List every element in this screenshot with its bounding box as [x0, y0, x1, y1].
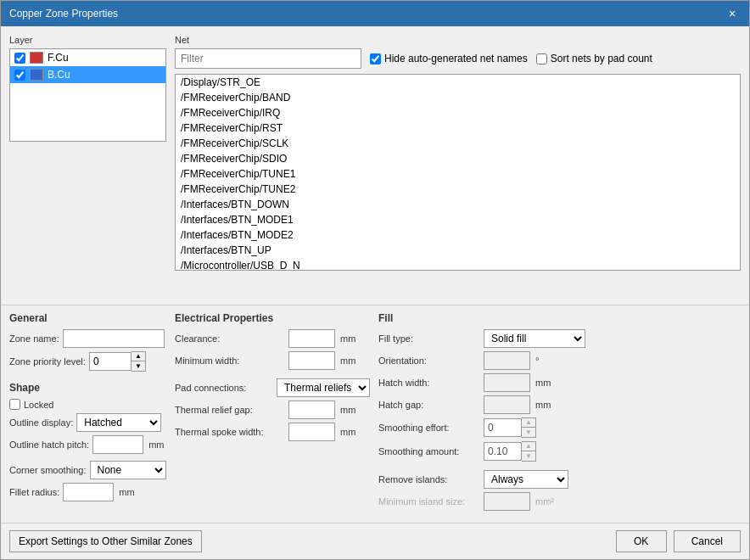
layer-fcu-checkbox[interactable]	[14, 53, 25, 64]
zone-name-input[interactable]	[63, 329, 165, 348]
locked-checkbox[interactable]	[9, 399, 20, 410]
smoothing-effort-row: Smoothing effort: ▲ ▼	[378, 417, 741, 438]
layer-fcu-name: F.Cu	[48, 52, 69, 64]
net-item[interactable]: /FMReceiverChip/IRQ	[176, 105, 740, 120]
net-item[interactable]: /FMReceiverChip/TUNE1	[176, 166, 740, 182]
remove-islands-select[interactable]: Always Never Below area limit	[484, 470, 568, 489]
thermal-gap-input[interactable]: 0.5	[288, 400, 335, 419]
pad-conn-label: Pad connections:	[175, 383, 273, 393]
net-item[interactable]: /Display/STR_OE	[176, 75, 740, 90]
copper-zone-dialog: Copper Zone Properties × Layer F.Cu B.Cu	[0, 0, 750, 560]
sort-checkbox[interactable]	[536, 53, 547, 64]
min-width-unit: mm	[340, 356, 355, 366]
corner-smoothing-label: Corner smoothing:	[9, 465, 87, 475]
smoothing-effort-up: ▲	[522, 418, 535, 428]
net-item[interactable]: /Interfaces/BTN_DOWN	[176, 197, 740, 212]
layer-item-fcu[interactable]: F.Cu	[10, 49, 165, 66]
smoothing-effort-buttons: ▲ ▼	[522, 417, 536, 438]
hatch-gap-unit: mm	[535, 400, 551, 410]
hatch-gap-row: Hatch gap: 1.5 mm	[378, 395, 741, 414]
smoothing-amount-up: ▲	[522, 442, 535, 451]
fillet-unit: mm	[119, 487, 134, 497]
ok-cancel-group: OK Cancel	[616, 530, 741, 552]
orientation-row: Orientation: 0 °	[378, 351, 741, 370]
zone-name-label: Zone name:	[9, 333, 59, 344]
priority-input[interactable]: 0	[89, 352, 132, 371]
smoothing-effort-spinner[interactable]: ▲ ▼	[484, 417, 536, 438]
zone-name-row: Zone name:	[9, 329, 166, 348]
priority-up-btn[interactable]: ▲	[132, 352, 145, 361]
net-item[interactable]: /FMReceiverChip/SDIO	[176, 151, 740, 166]
smoothing-effort-input	[484, 418, 522, 437]
titlebar: Copper Zone Properties ×	[1, 1, 749, 26]
filter-input[interactable]	[175, 48, 361, 69]
hatch-width-unit: mm	[535, 378, 551, 388]
hatch-width-label: Hatch width:	[378, 378, 480, 388]
layer-list[interactable]: F.Cu B.Cu	[9, 48, 166, 142]
layer-item-bcu[interactable]: B.Cu	[10, 66, 165, 83]
fill-type-select[interactable]: Solid fill Hatched	[484, 329, 585, 348]
shape-header: Shape	[9, 382, 166, 394]
smoothing-effort-down: ▼	[522, 428, 535, 437]
priority-spinner-buttons: ▲ ▼	[132, 351, 146, 372]
net-item[interactable]: /FMReceiverChip/BAND	[176, 90, 740, 105]
net-item[interactable]: /Microcontroller/USB_D_N	[176, 258, 740, 270]
outline-hatch-row: Outline hatch pitch: 0.5 mm	[9, 435, 166, 454]
export-button[interactable]: Export Settings to Other Similar Zones	[9, 530, 202, 552]
clearance-label: Clearance:	[175, 333, 285, 344]
thermal-spoke-row: Thermal spoke width: 0.5 mm	[175, 423, 370, 441]
outline-hatch-input[interactable]: 0.5	[92, 435, 143, 454]
orientation-unit: °	[535, 356, 539, 366]
thermal-gap-unit: mm	[340, 405, 355, 415]
pad-conn-select[interactable]: Thermal reliefs Solid None THT thermal	[277, 378, 370, 397]
priority-label: Zone priority level:	[9, 356, 86, 367]
sort-label[interactable]: Sort nets by pad count	[536, 53, 652, 64]
cancel-button[interactable]: Cancel	[674, 530, 741, 552]
corner-smoothing-select[interactable]: None Chamfer Fillet	[90, 461, 167, 479]
dialog-title: Copper Zone Properties	[9, 8, 118, 20]
smoothing-amount-down: ▼	[522, 451, 535, 461]
fillet-input[interactable]: 0	[63, 483, 114, 501]
priority-spinner[interactable]: 0 ▲ ▼	[89, 351, 146, 372]
ok-button[interactable]: OK	[616, 530, 667, 552]
smoothing-amount-spinner[interactable]: ▲ ▼	[484, 441, 536, 462]
right-panel: Net Hide auto-generated net names Sort n…	[175, 35, 741, 293]
thermal-spoke-unit: mm	[340, 427, 355, 437]
close-button[interactable]: ×	[724, 5, 741, 22]
hide-auto-checkbox[interactable]	[370, 53, 381, 64]
net-list-wrapper: /Display/STR_OE /FMReceiverChip/BAND /FM…	[175, 74, 741, 271]
smoothing-effort-label: Smoothing effort:	[378, 423, 480, 433]
orientation-input: 0	[484, 351, 530, 370]
net-item[interactable]: /Interfaces/BTN_MODE2	[176, 227, 740, 243]
remove-islands-label: Remove islands:	[378, 474, 480, 484]
min-island-unit: mm²	[535, 496, 554, 507]
priority-down-btn[interactable]: ▼	[132, 361, 145, 371]
electrical-header: Electrical Properties	[175, 312, 370, 324]
outline-display-row: Outline display: Hatched Line Invisible	[9, 413, 166, 432]
remove-islands-row: Remove islands: Always Never Below area …	[378, 470, 741, 489]
hatch-gap-label: Hatch gap:	[378, 400, 480, 410]
net-list[interactable]: /Display/STR_OE /FMReceiverChip/BAND /FM…	[176, 75, 740, 270]
fill-header: Fill	[378, 312, 741, 324]
thermal-spoke-input[interactable]: 0.5	[288, 423, 335, 441]
min-width-label: Minimum width:	[175, 356, 285, 366]
fillet-row: Fillet radius: 0 mm	[9, 483, 166, 501]
locked-row[interactable]: Locked	[9, 399, 166, 410]
hatch-width-input: 1	[484, 373, 530, 392]
net-item[interactable]: /FMReceiverChip/TUNE2	[176, 182, 740, 197]
layer-bcu-checkbox[interactable]	[14, 70, 25, 81]
fill-section: Fill Fill type: Solid fill Hatched Orien…	[378, 312, 741, 514]
min-width-input[interactable]: 0.25	[288, 351, 335, 370]
priority-row: Zone priority level: 0 ▲ ▼	[9, 351, 166, 372]
general-header: General	[9, 312, 166, 324]
outline-display-label: Outline display:	[9, 417, 73, 428]
net-item[interactable]: /Interfaces/BTN_MODE1	[176, 212, 740, 227]
clearance-unit: mm	[340, 333, 355, 344]
clearance-input[interactable]: 0.5	[288, 329, 335, 348]
net-item[interactable]: /FMReceiverChip/RST	[176, 120, 740, 136]
outline-hatch-unit: mm	[148, 440, 164, 450]
net-item[interactable]: /Interfaces/BTN_UP	[176, 243, 740, 258]
net-item[interactable]: /FMReceiverChip/SCLK	[176, 136, 740, 151]
outline-display-select[interactable]: Hatched Line Invisible	[76, 413, 161, 432]
hide-auto-label[interactable]: Hide auto-generated net names	[370, 53, 528, 64]
